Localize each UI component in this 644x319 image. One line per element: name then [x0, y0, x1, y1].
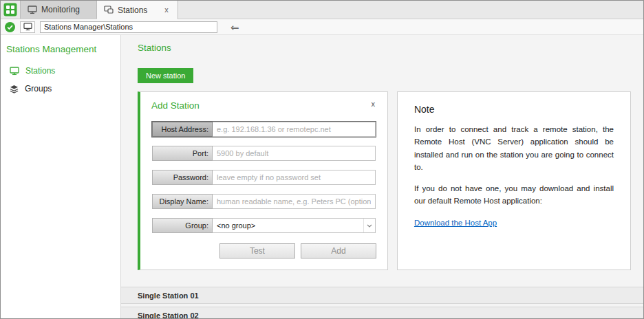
add-button[interactable]: Add	[301, 243, 376, 258]
group-label: Group:	[152, 218, 213, 233]
display-name-input[interactable]	[213, 194, 376, 209]
port-label: Port:	[152, 146, 213, 161]
note-paragraph: In order to connect and track a remote s…	[414, 123, 614, 174]
main-content: New station Add Station x Host Address:	[121, 59, 643, 318]
station-list: Single Station 01 Single Station 02	[138, 287, 631, 318]
note-panel: Note In order to connect and track a rem…	[397, 91, 631, 270]
stations-icon	[104, 6, 114, 14]
test-button[interactable]: Test	[219, 243, 295, 258]
add-station-title: Add Station	[151, 100, 200, 111]
port-input[interactable]	[213, 146, 376, 161]
download-host-app-link[interactable]: Download the Host App	[414, 219, 497, 227]
display-name-row: Display Name:	[151, 193, 376, 210]
station-row[interactable]: Single Station 01	[121, 287, 643, 304]
group-select-value: <no group>	[217, 221, 255, 230]
tab-monitoring[interactable]: Monitoring	[20, 1, 97, 19]
station-name: Single Station 02	[138, 311, 199, 319]
tab-close-icon[interactable]: x	[162, 5, 171, 15]
tab-stations-label: Stations	[118, 6, 147, 15]
chevron-down-icon[interactable]	[363, 219, 375, 232]
password-row: Password:	[151, 169, 376, 186]
cards-row: Add Station x Host Address: Port:	[138, 91, 631, 270]
sidebar-item-stations[interactable]: Stations	[1, 62, 120, 80]
sidebar: Stations Management Stations	[1, 35, 121, 318]
monitor-icon	[10, 67, 19, 76]
main-panel: Stations New station Add Station x Host …	[121, 35, 643, 318]
group-select[interactable]: <no group>	[213, 218, 376, 233]
app-window: Monitoring Stations x	[0, 0, 644, 319]
new-station-button[interactable]: New station	[138, 68, 193, 83]
back-arrow-icon[interactable]: ⇐	[230, 22, 239, 32]
display-name-label: Display Name:	[152, 194, 213, 209]
app-logo-icon[interactable]	[3, 3, 17, 16]
password-label: Password:	[152, 170, 213, 185]
address-path-input[interactable]	[40, 21, 217, 33]
form-buttons: Test Add	[151, 243, 376, 258]
station-row[interactable]: Single Station 02	[121, 307, 643, 318]
layers-icon	[10, 85, 19, 94]
sidebar-item-label: Stations	[25, 66, 55, 76]
monitor-icon	[28, 6, 37, 14]
host-address-input[interactable]	[213, 122, 376, 137]
password-input[interactable]	[213, 170, 376, 185]
station-screen-button[interactable]	[20, 21, 35, 33]
host-address-label: Host Address:	[152, 122, 213, 137]
station-name: Single Station 01	[138, 292, 199, 300]
group-row: Group: <no group>	[151, 217, 376, 234]
note-title: Note	[414, 104, 614, 115]
body-area: Stations Management Stations	[1, 35, 643, 318]
sidebar-item-groups[interactable]: Groups	[1, 80, 120, 98]
add-station-panel: Add Station x Host Address: Port:	[138, 91, 388, 270]
tab-stations[interactable]: Stations x	[97, 1, 178, 19]
tab-bar: Monitoring Stations x	[1, 1, 643, 19]
add-station-form: Host Address: Port: Password:	[151, 121, 376, 234]
tab-monitoring-label: Monitoring	[41, 5, 80, 14]
page-title: Stations	[121, 35, 643, 59]
host-address-row: Host Address:	[151, 121, 376, 138]
note-paragraph: If you do not have one, you may download…	[414, 182, 614, 208]
close-icon[interactable]: x	[369, 100, 376, 108]
port-row: Port:	[151, 145, 376, 162]
sidebar-title: Stations Management	[1, 35, 120, 62]
status-check-icon	[5, 22, 15, 32]
address-bar: ⇐	[1, 19, 643, 35]
sidebar-item-label: Groups	[25, 84, 52, 94]
